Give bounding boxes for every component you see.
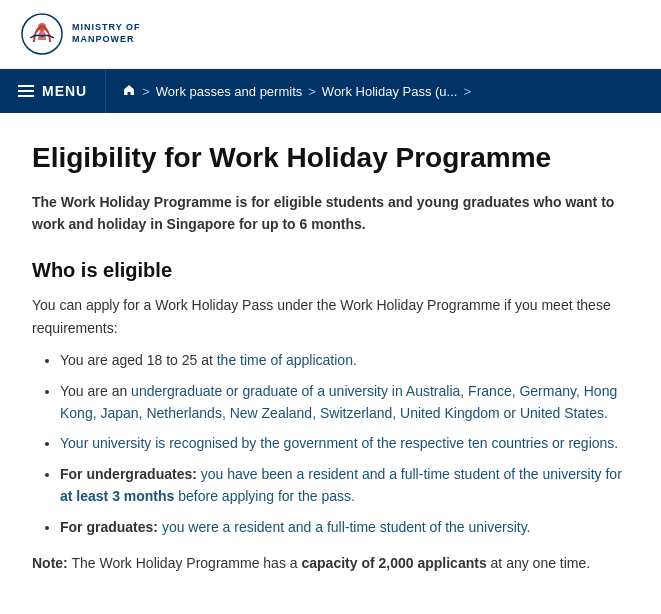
home-icon[interactable] xyxy=(122,83,136,100)
list-item: You are aged 18 to 25 at the time of app… xyxy=(60,349,629,371)
eligibility-list: You are aged 18 to 25 at the time of app… xyxy=(32,349,629,538)
bullet-1-text: You are aged 18 to 25 at the time of app… xyxy=(60,352,357,368)
page-title: Eligibility for Work Holiday Programme xyxy=(32,141,629,175)
bullet-3-link[interactable]: Your university is recognised by the gov… xyxy=(60,435,618,451)
bullet-1-link[interactable]: the time of application. xyxy=(217,352,357,368)
intro-text: The Work Holiday Programme is for eligib… xyxy=(32,191,629,236)
breadcrumb-sep2: > xyxy=(308,84,316,99)
list-item: Your university is recognised by the gov… xyxy=(60,432,629,454)
bullet-5-link[interactable]: you were a resident and a full-time stud… xyxy=(162,519,531,535)
bullet-2-link[interactable]: undergraduate or graduate of a universit… xyxy=(60,383,617,421)
breadcrumb-work-passes[interactable]: Work passes and permits xyxy=(156,84,302,99)
breadcrumb-sep3: > xyxy=(463,84,471,99)
breadcrumb-sep1: > xyxy=(142,84,150,99)
menu-label: MENU xyxy=(42,83,87,99)
logo-text: MINISTRY OF MANPOWER xyxy=(72,22,141,45)
ministry-logo-icon xyxy=(20,12,64,56)
list-item: You are an undergraduate or graduate of … xyxy=(60,380,629,425)
who-eligible-heading: Who is eligible xyxy=(32,259,629,282)
breadcrumb-current: Work Holiday Pass (u... xyxy=(322,84,458,99)
who-eligible-body: You can apply for a Work Holiday Pass un… xyxy=(32,294,629,339)
hamburger-icon xyxy=(18,85,34,97)
note-paragraph: Note: The Work Holiday Programme has a c… xyxy=(32,552,629,574)
bullet-4-text: For undergraduates: you have been a resi… xyxy=(60,466,622,504)
breadcrumb: > Work passes and permits > Work Holiday… xyxy=(106,83,487,100)
main-content: Eligibility for Work Holiday Programme T… xyxy=(0,113,661,606)
page-header: MINISTRY OF MANPOWER xyxy=(0,0,661,69)
list-item: For undergraduates: you have been a resi… xyxy=(60,463,629,508)
logo-container: MINISTRY OF MANPOWER xyxy=(20,12,141,56)
note-label: Note: xyxy=(32,555,68,571)
list-item: For graduates: you were a resident and a… xyxy=(60,516,629,538)
navbar: MENU > Work passes and permits > Work Ho… xyxy=(0,69,661,113)
note-body: The Work Holiday Programme has a capacit… xyxy=(71,555,590,571)
bullet-2-text: You are an undergraduate or graduate of … xyxy=(60,383,617,421)
bullet-5-text: For graduates: you were a resident and a… xyxy=(60,519,531,535)
menu-button[interactable]: MENU xyxy=(0,69,106,113)
bullet-3-text: Your university is recognised by the gov… xyxy=(60,435,618,451)
svg-point-1 xyxy=(38,23,46,31)
